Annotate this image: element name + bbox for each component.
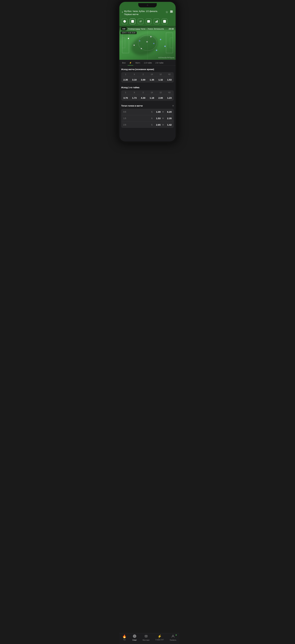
totals-value-0: 0.5 bbox=[123, 111, 128, 113]
video-match-name: Универсидад Чили – Унион Эспаньола bbox=[128, 28, 169, 30]
video-overlay-top: 0:0 Универсидад Чили – Унион Эспаньола 2… bbox=[119, 26, 176, 32]
header: ‹ Футбол. Чили. Кубок. 1/2 финала. Первы… bbox=[119, 8, 176, 18]
ht-odds-1x[interactable]: 1.18 bbox=[147, 96, 156, 99]
phone-screen: ‹ Футбол. Чили. Кубок. 1/2 финала. Первы… bbox=[119, 2, 176, 142]
svg-point-18 bbox=[164, 22, 165, 22]
nav-stats-button[interactable] bbox=[154, 18, 159, 24]
totals-under-odds-2[interactable]: 1.42 bbox=[165, 124, 172, 126]
header-title: Футбол. Чили. Кубок. 1/2 финала. Первые … bbox=[124, 10, 158, 16]
odds-1[interactable]: 2.35 bbox=[121, 78, 130, 81]
match-result-section: Исход матча (основное время) 1 X 2 1X 12… bbox=[119, 66, 176, 84]
ht-odds-1[interactable]: 3.70 bbox=[121, 96, 130, 99]
ht-col-header-x2: X2 bbox=[165, 92, 174, 94]
lightning-icon: ⚡ bbox=[129, 62, 132, 64]
svg-rect-21 bbox=[122, 33, 129, 53]
nav-play-button[interactable] bbox=[130, 18, 135, 24]
totals-row-1: 1.5 Б 1.53 М 2.35 bbox=[121, 115, 174, 122]
nav-transfer-button[interactable] bbox=[138, 18, 143, 24]
video-container[interactable]: 0:0 Универсидад Чили – Унион Эспаньола 2… bbox=[119, 26, 176, 60]
totals-over-label-1: Б bbox=[151, 117, 153, 120]
totals-over-label-2: Б bbox=[151, 124, 153, 126]
ht-col-header-1: 1 bbox=[121, 92, 130, 94]
status-bar bbox=[119, 2, 176, 8]
ht-col-header-x: X bbox=[130, 92, 139, 94]
halftime-result-title: Исход 1-го тайма bbox=[121, 86, 174, 89]
phone-wrapper: ‹ Футбол. Чили. Кубок. 1/2 финала. Первы… bbox=[118, 0, 177, 143]
nav-text-button[interactable] bbox=[146, 18, 151, 24]
totals-row-2: 2.5 Б 2.65 М 1.42 bbox=[121, 122, 174, 128]
col-header-2: 2 bbox=[139, 73, 147, 76]
tab-second-half[interactable]: 2-й тайм bbox=[154, 60, 165, 66]
back-button[interactable]: ‹ bbox=[122, 10, 123, 14]
svg-point-4 bbox=[172, 11, 172, 12]
col-header-1: 1 bbox=[121, 73, 130, 76]
scoreboard-bar: UCH 0 : 0 UE 23:24 bbox=[121, 32, 137, 34]
svg-rect-11 bbox=[155, 22, 156, 22]
video-time: 23:32 bbox=[169, 28, 174, 30]
ht-col-header-12: 12 bbox=[156, 92, 165, 94]
col-header-1x: 1X bbox=[147, 73, 156, 76]
totals-under-odds-1[interactable]: 2.35 bbox=[165, 117, 172, 120]
totals-over-label-0: Б bbox=[151, 111, 153, 113]
totals-section: Тотал голов в матче ≡ 0.5 Б 1.09 М 6.20 … bbox=[119, 102, 176, 129]
odds-1x[interactable]: 1.35 bbox=[147, 78, 156, 81]
match-result-header: 1 X 2 1X 12 X2 bbox=[121, 72, 174, 77]
totals-under-odds-0[interactable]: 6.20 bbox=[165, 110, 172, 113]
header-icons: ☆ bbox=[165, 10, 173, 14]
halftime-result-section: Исход 1-го тайма 1 X 2 1X 12 X2 3.70 1.7… bbox=[119, 84, 176, 102]
settings-icon[interactable] bbox=[170, 10, 173, 14]
svg-point-5 bbox=[171, 12, 171, 13]
totals-over-odds-0[interactable]: 1.09 bbox=[154, 110, 161, 113]
nav-icons-bar bbox=[119, 18, 176, 26]
tab-lightning[interactable]: ⚡ bbox=[128, 60, 133, 66]
ht-odds-12[interactable]: 2.00 bbox=[156, 96, 165, 99]
col-header-x: X bbox=[130, 73, 139, 76]
ht-col-header-1x: 1X bbox=[147, 92, 156, 94]
totals-title: Тотал голов в матче ≡ bbox=[121, 104, 174, 107]
odds-2[interactable]: 3.00 bbox=[139, 78, 147, 81]
totals-over-odds-1[interactable]: 1.53 bbox=[154, 117, 161, 120]
content-area: Исход матча (основное время) 1 X 2 1X 12… bbox=[119, 66, 176, 142]
svg-point-3 bbox=[171, 10, 171, 11]
nav-info-button[interactable] bbox=[122, 18, 127, 24]
totals-over-odds-2[interactable]: 2.65 bbox=[154, 124, 161, 126]
totals-table: 0.5 Б 1.09 М 6.20 1.5 Б 1.53 М 2.35 bbox=[121, 109, 174, 128]
tabs-bar: Все ⚡ Матч 1-й тайм 2-й тайм bbox=[119, 60, 176, 66]
odds-x2[interactable]: 1.53 bbox=[165, 78, 174, 81]
svg-rect-13 bbox=[157, 20, 158, 22]
ht-odds-x2[interactable]: 1.23 bbox=[165, 96, 174, 99]
ht-odds-x[interactable]: 1.73 bbox=[130, 96, 139, 99]
svg-point-15 bbox=[164, 20, 165, 21]
totals-under-label-2: М bbox=[162, 124, 164, 126]
video-watermark: #UCHvsUExTNTSports bbox=[158, 57, 174, 58]
tab-all[interactable]: Все bbox=[121, 60, 127, 66]
halftime-result-odds-row: 3.70 1.73 4.30 1.18 2.00 1.23 bbox=[121, 95, 174, 101]
svg-point-7 bbox=[124, 21, 125, 21]
totals-row-0: 0.5 Б 1.09 М 6.20 bbox=[121, 109, 174, 115]
col-header-12: 12 bbox=[156, 73, 165, 76]
camera-notch bbox=[138, 3, 157, 8]
ht-col-header-2: 2 bbox=[139, 92, 147, 94]
score-badge: 0:0 bbox=[121, 27, 127, 30]
svg-rect-22 bbox=[166, 33, 173, 53]
totals-value-2: 2.5 bbox=[123, 124, 128, 126]
star-icon[interactable]: ☆ bbox=[165, 10, 168, 14]
match-result-table: 1 X 2 1X 12 X2 2.35 3.10 3.00 1.35 1.32 … bbox=[121, 72, 174, 82]
list-view-icon[interactable]: ≡ bbox=[172, 104, 174, 107]
tab-match[interactable]: Матч bbox=[134, 60, 142, 66]
halftime-result-header: 1 X 2 1X 12 X2 bbox=[121, 90, 174, 95]
camera-dot bbox=[147, 4, 148, 6]
odds-12[interactable]: 1.32 bbox=[156, 78, 165, 81]
nav-lineup-button[interactable] bbox=[162, 18, 167, 24]
svg-rect-24 bbox=[170, 38, 173, 48]
header-left: ‹ Футбол. Чили. Кубок. 1/2 финала. Первы… bbox=[122, 10, 164, 16]
svg-rect-12 bbox=[156, 21, 157, 22]
svg-point-17 bbox=[165, 21, 165, 22]
match-result-odds-row: 2.35 3.10 3.00 1.35 1.32 1.53 bbox=[121, 77, 174, 82]
halftime-result-table: 1 X 2 1X 12 X2 3.70 1.73 4.30 1.18 2.00 … bbox=[121, 90, 174, 101]
totals-under-label-1: М bbox=[162, 117, 164, 120]
totals-under-label-0: М bbox=[162, 111, 164, 113]
ht-odds-2[interactable]: 4.30 bbox=[139, 96, 147, 99]
odds-x[interactable]: 3.10 bbox=[130, 78, 139, 81]
tab-first-half[interactable]: 1-й тайм bbox=[142, 60, 153, 66]
